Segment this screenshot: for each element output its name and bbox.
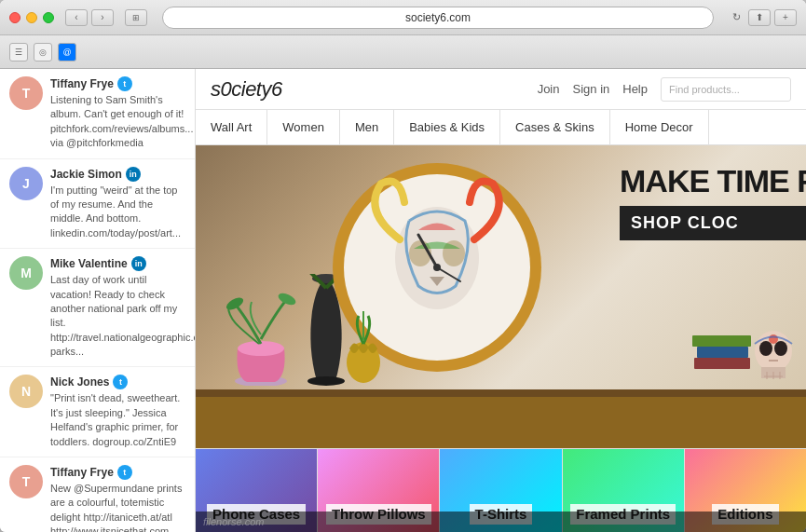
share-button[interactable]: ⬆ bbox=[748, 9, 771, 26]
site-content: s0ciety6 Join Sign in Help Find products… bbox=[196, 69, 806, 532]
tab-bar: ☰ ◎ @ bbox=[0, 35, 806, 69]
mail-icon: @ bbox=[62, 48, 71, 57]
svg-point-3 bbox=[277, 293, 297, 307]
sidebar-post-text: I'm putting "weird" at the top of my res… bbox=[50, 184, 185, 241]
sign-in-link[interactable]: Sign in bbox=[573, 82, 610, 96]
nav-item-women[interactable]: Women bbox=[267, 110, 340, 145]
svg-point-22 bbox=[759, 341, 772, 356]
books-stack bbox=[690, 311, 755, 389]
sidebar-content: Tiffany Frye t New @Supermundane prints … bbox=[50, 465, 185, 532]
url-display: society6.com bbox=[405, 11, 471, 24]
nav-item-wall-art[interactable]: Wall Art bbox=[211, 110, 267, 145]
twitter-badge: t bbox=[113, 375, 128, 389]
list-item: N Nick Jones t "Print isn't dead, sweeth… bbox=[0, 367, 195, 457]
svg-rect-18 bbox=[697, 347, 748, 358]
avatar: M bbox=[9, 256, 43, 290]
nav-item-cases-skins[interactable]: Cases & Skins bbox=[500, 110, 610, 145]
help-link[interactable]: Help bbox=[622, 82, 648, 96]
reload-button[interactable]: ↻ bbox=[732, 11, 741, 23]
address-bar[interactable]: society6.com bbox=[162, 7, 714, 29]
back-button[interactable]: ‹ bbox=[65, 9, 88, 26]
sidebar-content: Mike Valentine in Last day of work until… bbox=[50, 256, 185, 359]
add-tab-button[interactable]: + bbox=[774, 9, 797, 26]
browser-window: ‹ › ⊞ society6.com ↻ ⬆ + ☰ ◎ @ T Tiffany bbox=[0, 0, 806, 532]
site-nav: Wall Art Women Men Babies & Kids Cases &… bbox=[196, 110, 806, 145]
watermark-bar: filenorse.com bbox=[196, 512, 806, 532]
nav-buttons: ‹ › bbox=[65, 9, 114, 26]
list-item: T Tiffany Frye t Listening to Sam Smith'… bbox=[0, 69, 195, 159]
main-area: T Tiffany Frye t Listening to Sam Smith'… bbox=[0, 69, 806, 532]
hero-headline: MAKE TIME F bbox=[620, 164, 806, 198]
avatar: T bbox=[9, 76, 43, 110]
sidebar-username: Jackie Simon in bbox=[50, 167, 185, 182]
sidebar-username: Nick Jones t bbox=[50, 375, 185, 389]
nav-item-men[interactable]: Men bbox=[340, 110, 394, 145]
header-links: Join Sign in Help Find products... bbox=[538, 77, 791, 102]
logo-text: s0ciety6 bbox=[211, 77, 282, 101]
shelf-body bbox=[196, 397, 806, 448]
sidebar: T Tiffany Frye t Listening to Sam Smith'… bbox=[0, 69, 196, 532]
bookmarks-icon[interactable]: ☰ bbox=[9, 43, 28, 61]
site-logo[interactable]: s0ciety6 bbox=[211, 77, 538, 102]
sidebar-post-text: Last day of work until vacation! Ready t… bbox=[50, 273, 185, 359]
toolbar-right: ⬆ + bbox=[748, 9, 797, 26]
sidebar-username: Tiffany Frye t bbox=[50, 465, 185, 480]
avatar: J bbox=[9, 167, 43, 200]
twitter-badge: t bbox=[117, 465, 132, 480]
mail-tab[interactable]: @ bbox=[58, 43, 76, 61]
plant-pink bbox=[224, 293, 298, 389]
close-button[interactable] bbox=[9, 12, 20, 23]
hero-cta-button[interactable]: SHOP CLOC bbox=[620, 206, 806, 240]
pineapple-decoration bbox=[340, 311, 387, 389]
minimize-button[interactable] bbox=[26, 12, 37, 23]
forward-button[interactable]: › bbox=[91, 9, 114, 26]
list-item: M Mike Valentine in Last day of work unt… bbox=[0, 249, 195, 367]
sidebar-content: Jackie Simon in I'm putting "weird" at t… bbox=[50, 167, 185, 241]
hero-banner: MAKE TIME F SHOP CLOC bbox=[196, 145, 806, 448]
svg-rect-19 bbox=[692, 335, 751, 347]
avatar: N bbox=[9, 375, 43, 408]
hero-text-area: MAKE TIME F SHOP CLOC bbox=[620, 164, 806, 240]
shelf-surface bbox=[196, 389, 806, 397]
list-item: J Jackie Simon in I'm putting "weird" at… bbox=[0, 159, 195, 250]
join-link[interactable]: Join bbox=[538, 82, 560, 96]
sidebar-content: Nick Jones t "Print isn't dead, sweethea… bbox=[50, 375, 185, 449]
avatar: T bbox=[9, 465, 43, 498]
svg-point-2 bbox=[225, 295, 245, 313]
sidebar-post-text: New @Supermundane prints are a colourful… bbox=[50, 482, 185, 532]
search-placeholder: Find products... bbox=[669, 84, 740, 95]
watermark-text: filenorse.com bbox=[203, 516, 264, 527]
site-header: s0ciety6 Join Sign in Help Find products… bbox=[196, 69, 806, 110]
traffic-lights bbox=[9, 12, 54, 23]
nav-item-babies-kids[interactable]: Babies & Kids bbox=[394, 110, 500, 145]
tab-overview-button[interactable]: ⊞ bbox=[125, 9, 147, 26]
maximize-button[interactable] bbox=[43, 12, 54, 23]
sidebar-content: Tiffany Frye t Listening to Sam Smith's … bbox=[50, 76, 185, 151]
sidebar-username: Tiffany Frye t bbox=[50, 76, 185, 91]
linkedin-badge: in bbox=[131, 256, 146, 271]
svg-rect-17 bbox=[694, 358, 750, 369]
sidebar-username: Mike Valentine in bbox=[50, 256, 185, 271]
nav-item-home-decor[interactable]: Home Decor bbox=[610, 110, 709, 145]
list-item: T Tiffany Frye t New @Supermundane print… bbox=[0, 457, 195, 532]
sidebar-post-text: "Print isn't dead, sweetheart. It's just… bbox=[50, 391, 185, 449]
svg-point-23 bbox=[774, 341, 787, 356]
svg-point-15 bbox=[433, 264, 441, 271]
search-box[interactable]: Find products... bbox=[661, 77, 791, 102]
twitter-badge: t bbox=[117, 76, 132, 91]
skull-decoration bbox=[750, 325, 797, 389]
title-bar: ‹ › ⊞ society6.com ↻ ⬆ + bbox=[0, 0, 806, 35]
sidebar-post-text: Listening to Sam Smith's album. Can't ge… bbox=[50, 93, 185, 151]
tab-overview-icon[interactable]: ◎ bbox=[34, 43, 52, 61]
linkedin-badge: in bbox=[126, 167, 141, 182]
